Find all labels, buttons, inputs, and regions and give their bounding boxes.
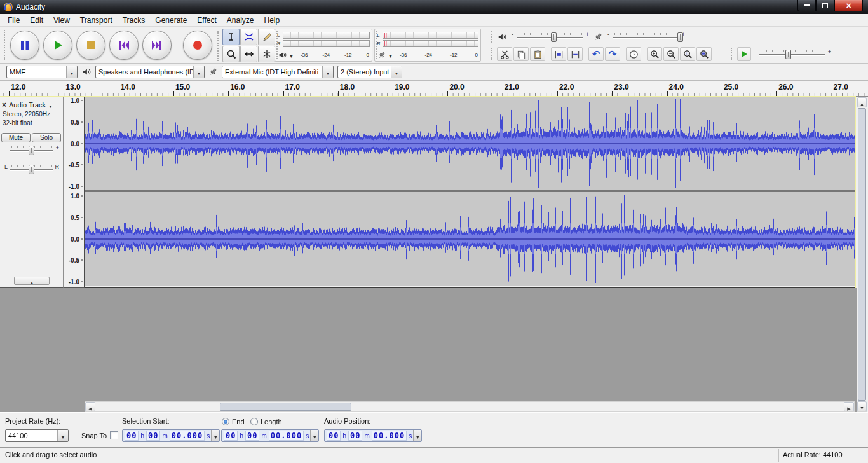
skip-to-end-button[interactable] [142, 31, 172, 60]
meter-dropdown-arrow-icon[interactable] [289, 49, 294, 60]
copy-button[interactable] [513, 47, 529, 61]
waveform-canvas-right-channel[interactable] [85, 192, 855, 286]
record-button[interactable] [183, 31, 212, 60]
output-volume-slider[interactable]: - + [512, 31, 588, 43]
time-hours[interactable]: 00 [125, 431, 139, 441]
time-seconds[interactable]: 00.000 [372, 431, 407, 441]
trim-button[interactable] [551, 47, 566, 61]
fit-selection-button[interactable] [680, 47, 695, 61]
timeshift-tool-button[interactable] [240, 46, 257, 62]
slider-thumb[interactable] [29, 165, 34, 174]
slider-thumb[interactable] [29, 146, 34, 155]
time-hours[interactable]: 00 [224, 431, 238, 441]
scroll-right-button[interactable] [844, 402, 854, 411]
menu-item[interactable]: Generate [150, 15, 192, 26]
zoom-in-button[interactable] [647, 47, 662, 61]
play-button[interactable] [43, 31, 72, 60]
skip-to-start-button[interactable] [109, 31, 139, 60]
track-close-button[interactable]: × [2, 101, 6, 109]
track-title[interactable]: Audio Track [9, 101, 46, 109]
input-device-select[interactable]: External Mic (IDT High Definiti [222, 66, 334, 78]
timeline-tick [557, 91, 558, 96]
slider-thumb[interactable] [551, 32, 557, 42]
length-radio[interactable]: Length [250, 418, 282, 425]
undo-button[interactable] [588, 47, 604, 61]
track-menu-arrow-icon[interactable] [48, 99, 53, 111]
vertical-scrollbar-thumb[interactable] [858, 108, 866, 401]
draw-tool-button[interactable] [258, 29, 275, 45]
pan-slider[interactable]: L R [5, 163, 58, 176]
host-select[interactable]: MME [6, 66, 78, 78]
playback-speed-slider[interactable]: - + [754, 48, 831, 60]
menu-item[interactable]: Transport [75, 15, 118, 26]
stop-button[interactable] [76, 31, 105, 60]
collapse-track-button[interactable] [14, 277, 50, 285]
end-radio[interactable]: End [222, 418, 245, 425]
menu-item[interactable]: Analyze [222, 15, 259, 26]
project-rate-select[interactable]: 44100 [5, 429, 69, 442]
zoom-out-button[interactable] [663, 47, 679, 61]
close-button[interactable] [834, 0, 863, 11]
sync-lock-button[interactable] [626, 47, 641, 61]
radio-unchecked-icon[interactable] [250, 418, 258, 425]
fit-project-button[interactable] [696, 47, 712, 61]
time-hours[interactable]: 00 [327, 431, 341, 441]
multi-tool-button[interactable] [258, 46, 275, 62]
timeline-ruler[interactable]: 12.013.014.015.016.017.018.019.020.021.0… [0, 81, 868, 97]
menu-item[interactable]: File [3, 15, 25, 26]
scroll-left-button[interactable] [85, 402, 95, 411]
scroll-up-button[interactable] [857, 97, 867, 107]
input-volume-slider[interactable]: - + [608, 31, 684, 43]
menu-item[interactable]: Edit [25, 15, 48, 26]
envelope-tool-button[interactable] [240, 29, 257, 45]
slider-thumb[interactable] [785, 50, 791, 59]
selection-tool-button[interactable] [222, 29, 240, 45]
silence-button[interactable] [567, 47, 583, 61]
menu-item[interactable]: Tracks [118, 15, 151, 26]
track-area-background[interactable] [0, 288, 857, 412]
minimize-button[interactable] [797, 0, 816, 11]
menu-item[interactable]: Help [259, 15, 285, 26]
input-channels-select[interactable]: 2 (Stereo) Input C [337, 66, 402, 78]
vertical-scrollbar[interactable] [857, 97, 867, 412]
timeline-label: 14.0 [121, 83, 135, 92]
waveform-area[interactable] [85, 97, 855, 288]
redo-button[interactable] [605, 47, 620, 61]
radio-checked-icon[interactable] [222, 418, 229, 425]
time-seconds[interactable]: 00.000 [170, 431, 205, 441]
selection-end-time[interactable]: 00h00m00.000s [221, 429, 319, 442]
vertical-ruler[interactable]: 1.00.50.0-0.5-1.0 1.00.50.0-0.5-1.0 [64, 97, 85, 288]
horizontal-scrollbar-thumb[interactable] [220, 403, 351, 411]
scroll-down-button[interactable] [857, 401, 867, 411]
horizontal-scrollbar[interactable] [85, 401, 855, 412]
snap-to-checkbox[interactable] [110, 431, 118, 439]
vertical-ruler-label: 1.0 [71, 97, 79, 104]
gain-slider[interactable]: - + [5, 144, 58, 156]
zoom-tool-button[interactable] [222, 46, 240, 62]
play-at-speed-button[interactable] [737, 47, 751, 61]
pause-button[interactable] [10, 31, 39, 60]
microphone-icon [208, 67, 218, 76]
slider-thumb[interactable] [677, 32, 683, 42]
mute-button[interactable]: Mute [1, 133, 31, 142]
selection-start-time[interactable]: 00h00m00.000s [122, 429, 220, 442]
time-minutes[interactable]: 00 [245, 431, 259, 441]
cut-button[interactable] [497, 47, 512, 61]
playback-meter[interactable]: L R -36-24-120 [275, 29, 372, 62]
track-control-panel[interactable]: × Audio Track Stereo, 22050Hz 32-bit flo… [0, 97, 64, 288]
solo-button[interactable]: Solo [32, 133, 61, 142]
time-minutes[interactable]: 00 [348, 431, 362, 441]
menu-item[interactable]: Effect [192, 15, 221, 26]
recording-meter[interactable]: L R -36-24-120 [374, 29, 481, 62]
audio-position-time[interactable]: 00h00m00.000s [324, 429, 422, 442]
menu-item[interactable]: View [48, 15, 75, 26]
title-bar[interactable]: Audacity [0, 0, 868, 14]
meter-dropdown-arrow-icon[interactable] [388, 49, 393, 60]
maximize-button[interactable] [816, 0, 834, 11]
playback-meter-bar-left [283, 32, 370, 39]
time-minutes[interactable]: 00 [146, 431, 160, 441]
output-device-select[interactable]: Speakers and Headphones (ID [95, 66, 205, 78]
waveform-canvas-left-channel[interactable] [85, 97, 855, 190]
time-seconds[interactable]: 00.000 [269, 431, 304, 441]
paste-button[interactable] [530, 47, 545, 61]
